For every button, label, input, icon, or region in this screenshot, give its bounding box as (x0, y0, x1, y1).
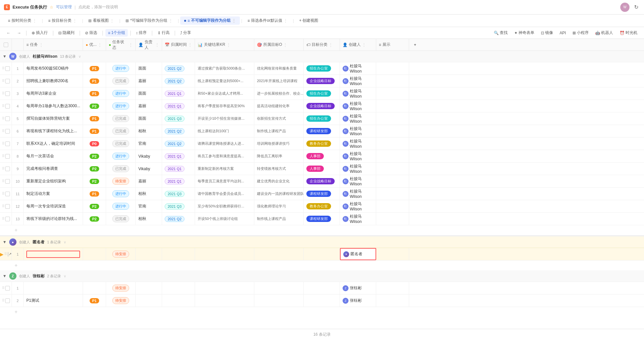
row-checkbox[interactable] (5, 192, 10, 196)
add-row-button[interactable]: + (0, 307, 644, 317)
row-check[interactable]: ⠿ (0, 282, 12, 294)
objcat-cell[interactable] (304, 248, 340, 260)
kr-cell[interactable]: 每季度员工满意度平均达到... (195, 175, 254, 187)
status-cell[interactable]: 待安排 (106, 175, 136, 187)
share-button[interactable]: ⤴ 分享 (178, 29, 194, 37)
priority-cell[interactable]: P1 (83, 294, 106, 307)
robot-button[interactable]: 🤖 机器人 (593, 29, 616, 37)
objcat-cell[interactable]: 企业战略目标 (304, 75, 340, 87)
drag-handle[interactable]: ⠿ (2, 79, 5, 83)
drag-handle[interactable]: ⠿ (4, 252, 7, 256)
row-checkbox[interactable] (5, 217, 10, 221)
drag-handle[interactable]: ⠿ (2, 286, 5, 290)
objcat-cell[interactable]: 招生办公室 (304, 112, 340, 125)
title-star[interactable]: ☆ (50, 5, 53, 10)
priority-cell[interactable]: P1 (83, 87, 106, 100)
row-check[interactable]: ⠿ (0, 200, 12, 212)
mirror-button[interactable]: ⊡ 镜像 (538, 29, 556, 37)
status-cell[interactable]: 进行中 (106, 87, 136, 100)
obj-cell[interactable]: 2021年开展线上培训课程 (254, 75, 304, 87)
expand-icon[interactable]: ↗ (9, 252, 12, 256)
time-cell[interactable]: 2021 Q2 (162, 75, 195, 87)
status-cell[interactable]: 待安排 (106, 282, 136, 294)
kr-cell[interactable] (195, 282, 254, 294)
check-all[interactable] (0, 39, 12, 50)
objcat-cell[interactable]: 企业战略目标 (304, 100, 340, 112)
kr-cell[interactable]: 开设至少10个招生宣传媒体... (195, 112, 254, 125)
objcat-cell[interactable]: 课程研发部 (304, 188, 340, 200)
obj-cell[interactable]: 强化教师理论学习 (254, 200, 304, 212)
status-cell[interactable]: 已完成 (106, 163, 136, 175)
col-obj-header[interactable]: 🎯 所属目标O ⋮ (254, 39, 304, 50)
col-kr-header[interactable]: 📊 关键结果KR ⋮ (195, 39, 254, 50)
row-height-button[interactable]: ⇕ 行高 (155, 29, 172, 37)
row-check[interactable]: ⠿ (0, 112, 12, 125)
row-check[interactable]: ⠿ (0, 213, 12, 225)
objcat-cell[interactable] (304, 294, 340, 307)
app-desc[interactable]: 点此处，添加一段说明 (78, 4, 118, 10)
filter-button[interactable]: ⊘ 筛选 (82, 29, 100, 37)
objcat-cell[interactable]: 课程研发部 (304, 125, 340, 137)
row-check[interactable]: ⠿ (0, 163, 12, 175)
obj-cell[interactable]: 转变绩效考核方式 (254, 163, 304, 175)
row-checkbox[interactable] (5, 79, 10, 83)
kr-cell[interactable]: 开设50个线上班级讨论组 (195, 213, 254, 225)
task-cell[interactable]: 每周拜访3家企业 (24, 87, 83, 100)
magic-form-button[interactable]: ✦ 神奇表单 (512, 29, 537, 37)
priority-cell[interactable]: P2 (83, 200, 106, 212)
time-cell[interactable]: 2021 Q2 (162, 62, 195, 75)
manage-link[interactable]: 可以管理 (56, 4, 72, 10)
task-cell[interactable]: 完成考核问卷调查 (24, 163, 83, 175)
add-row-button[interactable]: + (0, 261, 644, 270)
col-task-header[interactable]: ≡ 任务 ⋮ (24, 39, 83, 50)
time-cell[interactable]: 2021 Q3 (162, 112, 195, 125)
status-cell[interactable]: 已完成 (106, 112, 136, 125)
col-status-header[interactable]: ● 任务状态 ⋮ (106, 39, 136, 50)
forward-button[interactable]: → (14, 30, 24, 36)
task-cell[interactable]: 每周一次专业培训深造 (24, 200, 83, 212)
col-priority-header[interactable]: ● 优... ⋮ (83, 39, 106, 50)
drag-handle[interactable]: ⠿ (2, 141, 5, 146)
row-checkbox[interactable] (5, 154, 10, 159)
time-cell[interactable]: 2021 Q1 (162, 100, 195, 112)
drag-handle[interactable]: ⠿ (2, 66, 5, 71)
tab-target[interactable]: ≡ 按目标分类 ⋮ (44, 16, 81, 25)
task-cell[interactable]: 每月一次茶话会 (24, 150, 83, 162)
objcat-cell[interactable]: 招生办公室 (304, 87, 340, 100)
drag-handle[interactable]: ⠿ (2, 204, 5, 208)
owner-cell[interactable]: 柏秋 (136, 213, 162, 225)
obj-cell[interactable]: 进一步拓展校校合作、校企... (254, 87, 304, 100)
group-count-toggle[interactable]: ∨ (64, 274, 66, 278)
col-objcat-header[interactable]: 🏷 目标分类 ⋮ (304, 39, 340, 50)
objcat-cell[interactable]: 课程研发部 (304, 213, 340, 225)
drag-handle[interactable]: ⠿ (2, 217, 5, 221)
back-button[interactable]: ← (4, 30, 13, 36)
status-cell[interactable]: 进行中 (106, 200, 136, 212)
group-expand-icon[interactable]: ▼ (3, 54, 7, 59)
search-button[interactable]: 🔍 查找 (491, 29, 510, 37)
kr-cell[interactable]: 和50+家企业达成人才聘用... (195, 87, 254, 100)
row-checkbox[interactable] (5, 179, 10, 184)
status-cell[interactable]: 进行中 (106, 188, 136, 200)
priority-cell[interactable]: P1 (83, 62, 106, 75)
kr-cell[interactable] (195, 294, 254, 307)
group-button[interactable]: ≡ 1个分组 (105, 29, 128, 37)
task-input[interactable] (26, 251, 80, 258)
row-checkbox[interactable] (5, 129, 10, 134)
drag-handle[interactable]: ⠿ (2, 298, 5, 303)
row-checkbox[interactable] (5, 167, 10, 171)
owner-cell[interactable]: 嘉丽 (136, 175, 162, 187)
row-checkbox[interactable] (5, 141, 10, 146)
group-expand-icon[interactable]: ▼ (3, 274, 7, 278)
row-check[interactable]: ⠿ (0, 75, 12, 87)
sort-button[interactable]: ↕ 排序 (133, 29, 149, 37)
row-check[interactable]: ⠿ (0, 188, 12, 200)
task-cell[interactable]: 每周发布500篇SEO稿件 (24, 62, 83, 75)
obj-cell[interactable]: 制作线上课程产品 (254, 125, 304, 137)
task-cell[interactable]: 将线下班级的讨论群转为线... (24, 213, 83, 225)
row-checkbox[interactable] (5, 66, 10, 71)
task-cell[interactable]: 将现有线下课程转化为线上... (24, 125, 83, 137)
priority-cell[interactable]: P1 (83, 125, 106, 137)
priority-cell[interactable]: P2 (83, 100, 106, 112)
status-cell[interactable]: 已完成 (106, 138, 136, 150)
